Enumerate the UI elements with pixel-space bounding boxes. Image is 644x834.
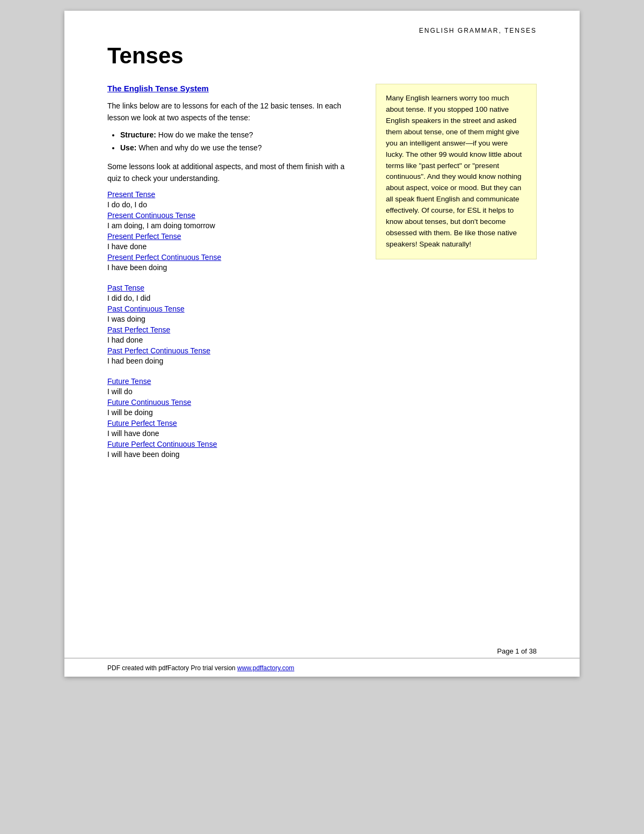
page-title: Tenses bbox=[107, 43, 537, 69]
bullet-structure-text: How do we make the tense? bbox=[158, 130, 253, 139]
page-header: ENGLISH GRAMMAR, TENSES bbox=[419, 27, 537, 34]
future-perfect-continuous-tense-example: I will have been doing bbox=[107, 450, 180, 459]
footer-text: PDF created with pdfFactory Pro trial ve… bbox=[107, 664, 237, 672]
bullet-use-text: When and why do we use the tense? bbox=[138, 143, 262, 152]
present-perfect-tense-example: I have done bbox=[107, 242, 147, 251]
future-tense-example: I will do bbox=[107, 387, 133, 396]
future-perfect-tense-example: I will have done bbox=[107, 429, 159, 438]
past-perfect-continuous-tense-link[interactable]: Past Perfect Continuous Tense bbox=[107, 346, 210, 355]
callout-text: Many English learners worry too much abo… bbox=[386, 93, 526, 250]
callout-box: Many English learners worry too much abo… bbox=[376, 84, 537, 259]
future-perfect-tense-link[interactable]: Future Perfect Tense bbox=[107, 419, 177, 427]
bullet-use: Use: When and why do we use the tense? bbox=[120, 142, 358, 155]
bullet-structure: Structure: How do we make the tense? bbox=[120, 129, 358, 142]
present-continuous-tense-link[interactable]: Present Continuous Tense bbox=[107, 211, 195, 220]
present-perfect-continuous-tense-link[interactable]: Present Perfect Continuous Tense bbox=[107, 253, 221, 262]
present-tense-example: I do do, I do bbox=[107, 200, 147, 209]
past-perfect-tense-link[interactable]: Past Perfect Tense bbox=[107, 325, 170, 334]
past-perfect-tense-example: I had done bbox=[107, 336, 143, 344]
future-continuous-tense-link[interactable]: Future Continuous Tense bbox=[107, 398, 191, 407]
future-tense-group: Future Tense I will do Future Continuous… bbox=[107, 376, 358, 460]
bullet-structure-bold: Structure: bbox=[120, 130, 156, 139]
past-continuous-tense-link[interactable]: Past Continuous Tense bbox=[107, 304, 185, 313]
present-tense-group: Present Tense I do do, I do Present Cont… bbox=[107, 190, 358, 273]
past-tense-link[interactable]: Past Tense bbox=[107, 284, 144, 292]
past-tense-group: Past Tense I did do, I did Past Continuo… bbox=[107, 283, 358, 367]
content-area: The English Tense System The links below… bbox=[107, 84, 537, 470]
page-number: Page 1 of 38 bbox=[497, 647, 537, 655]
present-perfect-continuous-tense-example: I have been doing bbox=[107, 263, 167, 272]
future-continuous-tense-example: I will be doing bbox=[107, 408, 153, 417]
pdffactory-link[interactable]: www.pdffactory.com bbox=[237, 664, 294, 672]
intro-paragraph-1: The links below are to lessons for each … bbox=[107, 100, 358, 124]
past-continuous-tense-example: I was doing bbox=[107, 315, 145, 323]
footer-left: PDF created with pdfFactory Pro trial ve… bbox=[107, 663, 294, 672]
future-tense-link[interactable]: Future Tense bbox=[107, 377, 151, 386]
present-perfect-tense-link[interactable]: Present Perfect Tense bbox=[107, 232, 181, 241]
present-tense-link[interactable]: Present Tense bbox=[107, 190, 155, 199]
left-column: The English Tense System The links below… bbox=[107, 84, 358, 470]
right-column: Many English learners worry too much abo… bbox=[376, 84, 537, 470]
page: ENGLISH GRAMMAR, TENSES Tenses The Engli… bbox=[64, 11, 580, 677]
intro-paragraph-2: Some lessons look at additional aspects,… bbox=[107, 161, 358, 184]
bullet-use-bold: Use: bbox=[120, 143, 136, 152]
present-continuous-tense-example: I am doing, I am doing tomorrow bbox=[107, 221, 215, 230]
bullet-list: Structure: How do we make the tense? Use… bbox=[120, 129, 358, 155]
footer: PDF created with pdfFactory Pro trial ve… bbox=[64, 658, 580, 677]
past-perfect-continuous-tense-example: I had been doing bbox=[107, 357, 163, 365]
past-tense-example: I did do, I did bbox=[107, 294, 150, 302]
english-tense-system-link[interactable]: The English Tense System bbox=[107, 84, 209, 93]
future-perfect-continuous-tense-link[interactable]: Future Perfect Continuous Tense bbox=[107, 440, 217, 448]
